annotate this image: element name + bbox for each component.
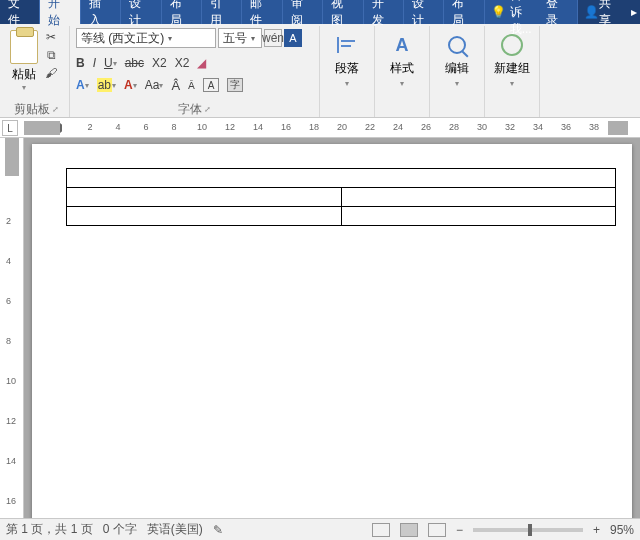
change-case-button[interactable]: Aa▾	[145, 78, 164, 92]
tab-view[interactable]: 视图	[323, 0, 363, 24]
tab-file[interactable]: 文件	[0, 0, 40, 24]
tab-developer[interactable]: 开发	[364, 0, 404, 24]
styles-icon: A	[396, 35, 409, 56]
tab-home[interactable]: 开始	[40, 0, 80, 24]
ribbon-options-icon[interactable]: ▸	[628, 0, 640, 24]
zoom-slider[interactable]	[473, 528, 583, 532]
underline-button[interactable]: U ▾	[104, 56, 117, 70]
group-paragraph: 段落▾	[320, 26, 375, 117]
tab-layout[interactable]: 布局	[162, 0, 202, 24]
person-icon: 👤	[584, 5, 599, 19]
zoom-in-button[interactable]: +	[593, 523, 600, 537]
format-painter-button[interactable]: 🖌	[42, 66, 60, 80]
styles-button[interactable]: A样式▾	[381, 28, 423, 88]
tab-table-layout[interactable]: 布局	[444, 0, 484, 24]
ruler-horizontal[interactable]: L 246810121416182022242628303234363840	[0, 118, 640, 138]
tab-review[interactable]: 审阅	[283, 0, 323, 24]
lightbulb-icon: 💡	[491, 5, 506, 19]
group-editing: 编辑▾	[430, 26, 485, 117]
tab-selector[interactable]: L	[2, 120, 18, 136]
clipboard-icon	[10, 30, 38, 64]
ribbon: 粘贴 ▾ ✂ ⧉ 🖌 剪贴板⤢ 等线 (西文正文)▾ 五号▾ wén A B I…	[0, 24, 640, 118]
enclose-characters-button[interactable]: A	[203, 78, 219, 92]
login-button[interactable]: 登录	[538, 0, 578, 24]
zoom-level[interactable]: 95%	[610, 523, 634, 537]
strikethrough-button[interactable]: abc	[125, 56, 144, 70]
ruler-vertical[interactable]: 246810121416	[0, 138, 24, 518]
status-bar: 第 1 页，共 1 页 0 个字 英语(美国) ✎ − + 95%	[0, 518, 640, 540]
paragraph-button[interactable]: 段落▾	[326, 28, 368, 88]
zoom-out-button[interactable]: −	[456, 523, 463, 537]
tab-insert[interactable]: 插入	[81, 0, 121, 24]
italic-button[interactable]: I	[93, 56, 96, 70]
view-print-button[interactable]	[400, 523, 418, 537]
copy-button[interactable]: ⧉	[42, 48, 60, 62]
text-effects-button[interactable]: A▾	[76, 78, 89, 92]
status-language[interactable]: 英语(美国)	[147, 521, 203, 538]
bold-button[interactable]: B	[76, 56, 85, 70]
tab-mailings[interactable]: 邮件	[242, 0, 282, 24]
subscript-button[interactable]: X2	[152, 56, 167, 70]
font-size-combo[interactable]: 五号▾	[218, 28, 262, 48]
page[interactable]	[32, 144, 632, 518]
font-name-combo[interactable]: 等线 (西文正文)▾	[76, 28, 216, 48]
tell-me-search[interactable]: 💡告诉我...	[485, 0, 538, 24]
document-area: 246810121416	[0, 138, 640, 518]
paragraph-icon	[337, 37, 357, 53]
tab-design[interactable]: 设计	[121, 0, 161, 24]
cut-button[interactable]: ✂	[42, 30, 60, 44]
circle-icon	[501, 34, 523, 56]
clear-formatting-button[interactable]: ◢	[197, 56, 206, 70]
newgroup-button[interactable]: 新建组▾	[491, 28, 533, 88]
document-table[interactable]	[66, 168, 616, 226]
status-word-count[interactable]: 0 个字	[103, 521, 137, 538]
character-shading-button[interactable]: 字	[227, 78, 243, 92]
font-color-button[interactable]: A▾	[124, 78, 137, 92]
view-read-button[interactable]	[372, 523, 390, 537]
tab-bar: 文件 开始 插入 设计 布局 引用 邮件 审阅 视图 开发 设计 布局 💡告诉我…	[0, 0, 640, 24]
group-styles: A样式▾	[375, 26, 430, 117]
status-page[interactable]: 第 1 页，共 1 页	[6, 521, 93, 538]
tab-table-design[interactable]: 设计	[404, 0, 444, 24]
share-button[interactable]: 👤共享	[578, 0, 628, 24]
grow-font-button[interactable]: Â	[171, 78, 180, 93]
character-border-button[interactable]: A	[284, 29, 302, 47]
editing-button[interactable]: 编辑▾	[436, 28, 478, 88]
group-clipboard: 粘贴 ▾ ✂ ⧉ 🖌 剪贴板⤢	[4, 26, 70, 117]
group-font: 等线 (西文正文)▾ 五号▾ wén A B I U ▾ abc X2 X2 ◢…	[70, 26, 320, 117]
superscript-button[interactable]: X2	[175, 56, 190, 70]
view-web-button[interactable]	[428, 523, 446, 537]
search-icon	[448, 36, 466, 54]
paste-button[interactable]: 粘贴 ▾	[10, 28, 38, 92]
highlight-button[interactable]: ab▾	[97, 78, 116, 92]
tab-references[interactable]: 引用	[202, 0, 242, 24]
phonetic-guide-button[interactable]: wén	[264, 29, 282, 47]
shrink-font-button[interactable]: Ǎ	[188, 80, 195, 91]
group-new: 新建组▾	[485, 26, 540, 117]
status-proofing-icon[interactable]: ✎	[213, 523, 223, 537]
